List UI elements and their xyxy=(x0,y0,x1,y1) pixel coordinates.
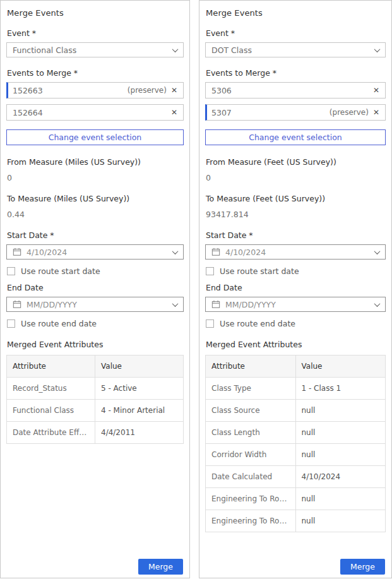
use-route-end-date-label: Use route end date xyxy=(21,319,97,328)
table-row: Engineering To RouteID null xyxy=(206,488,386,510)
merged-attributes-title: Merged Event Attributes xyxy=(206,340,386,349)
preserve-tag: (preserve) xyxy=(330,108,369,117)
table-row: Class Length null xyxy=(206,422,386,444)
chevron-down-icon xyxy=(172,46,179,52)
start-date-value: 4/10/2024 xyxy=(27,248,163,257)
table-header-row: Attribute Value xyxy=(7,355,184,378)
events-to-merge-label: Events to Merge * xyxy=(206,68,386,78)
attribute-value: 4/10/2024 xyxy=(295,466,386,488)
table-row: Functional Class 4 - Minor Arterial xyxy=(7,400,184,422)
merged-attributes-table: Attribute Value Class Type 1 - Class 1 C… xyxy=(205,355,386,532)
change-event-selection-button[interactable]: Change event selection xyxy=(205,129,386,145)
event-select[interactable]: DOT Class xyxy=(205,42,386,57)
merge-events-panel-left: Merge Events Event * Functional Class Ev… xyxy=(0,0,190,578)
table-row: Class Source null xyxy=(206,400,386,422)
to-measure-label: To Measure (Miles (US Survey)) xyxy=(7,194,184,203)
event-select[interactable]: Functional Class xyxy=(6,42,184,57)
attribute-name: Class Type xyxy=(206,378,296,400)
page-title: Merge Events xyxy=(7,8,184,18)
from-measure-label: From Measure (Feet (US Survey)) xyxy=(206,157,386,167)
remove-event-icon[interactable]: ✕ xyxy=(373,109,379,116)
calendar-icon xyxy=(13,248,21,256)
use-route-end-date-label: Use route end date xyxy=(220,319,295,328)
use-route-end-date-row: Use route end date xyxy=(7,319,184,328)
merge-button[interactable]: Merge xyxy=(340,559,385,575)
event-id: 5306 xyxy=(211,86,373,95)
end-date-placeholder: MM/DD/YYYY xyxy=(225,300,365,309)
attribute-column-header: Attribute xyxy=(206,355,296,378)
preserve-tag: (preserve) xyxy=(128,86,167,95)
table-header-row: Attribute Value xyxy=(206,355,386,378)
calendar-icon xyxy=(13,300,21,309)
event-label: Event * xyxy=(206,28,386,38)
use-route-start-date-row: Use route start date xyxy=(7,266,184,276)
start-date-label: Start Date * xyxy=(206,230,386,240)
attribute-value: null xyxy=(295,488,386,510)
from-measure-value: 0 xyxy=(7,173,184,182)
attribute-value: null xyxy=(295,422,386,444)
event-select-value: DOT Class xyxy=(211,45,252,55)
table-row: Date Calculated 4/10/2024 xyxy=(206,466,386,488)
end-date-input[interactable]: MM/DD/YYYY xyxy=(6,297,184,312)
merge-events-panel-right: Merge Events Event * DOT Class Events to… xyxy=(199,0,392,578)
use-route-start-date-label: Use route start date xyxy=(21,266,100,276)
calendar-icon xyxy=(211,300,220,309)
table-row: Engineering To Route ... null xyxy=(206,510,386,532)
to-measure-value: 0.44 xyxy=(7,210,184,219)
attribute-value: 5 - Active xyxy=(95,378,184,400)
merged-attributes-title: Merged Event Attributes xyxy=(7,340,184,349)
attribute-name: Corridor Width xyxy=(206,444,296,466)
use-route-start-date-checkbox[interactable] xyxy=(206,267,214,275)
end-date-label: End Date xyxy=(206,283,386,292)
attribute-value: null xyxy=(295,400,386,422)
attribute-name: Functional Class xyxy=(7,400,95,422)
use-route-end-date-checkbox[interactable] xyxy=(7,319,15,328)
attribute-name: Class Length xyxy=(206,422,296,444)
value-column-header: Value xyxy=(95,355,184,378)
end-date-input[interactable]: MM/DD/YYYY xyxy=(205,297,386,312)
from-measure-value: 0 xyxy=(206,173,386,182)
attribute-value: 1 - Class 1 xyxy=(295,378,386,400)
attribute-column-header: Attribute xyxy=(7,355,95,378)
attribute-name: Engineering To Route ... xyxy=(206,510,296,532)
attribute-value: null xyxy=(295,510,386,532)
use-route-start-date-row: Use route start date xyxy=(206,266,386,276)
to-measure-label: To Measure (Feet (US Survey)) xyxy=(206,194,386,203)
events-to-merge-label: Events to Merge * xyxy=(7,68,184,78)
use-route-start-date-checkbox[interactable] xyxy=(7,267,15,275)
event-id: 152664 xyxy=(13,108,171,117)
change-event-selection-button[interactable]: Change event selection xyxy=(6,129,184,145)
value-column-header: Value xyxy=(295,355,386,378)
event-id: 5307 xyxy=(211,108,330,117)
from-measure-label: From Measure (Miles (US Survey)) xyxy=(7,157,184,167)
chevron-down-icon xyxy=(374,301,381,307)
chevron-down-icon xyxy=(374,248,381,254)
start-date-input[interactable]: 4/10/2024 xyxy=(205,244,386,260)
use-route-end-date-checkbox[interactable] xyxy=(206,319,214,328)
attribute-name: Class Source xyxy=(206,400,296,422)
table-row: Date Attribute Effective 4/4/2011 xyxy=(7,422,184,444)
chevron-down-icon xyxy=(172,301,179,307)
use-route-start-date-label: Use route start date xyxy=(220,266,299,276)
remove-event-icon[interactable]: ✕ xyxy=(373,87,379,94)
merge-events-workspace: Merge Events Event * Functional Class Ev… xyxy=(0,0,392,579)
event-to-merge-input[interactable]: 5306 ✕ xyxy=(205,82,386,98)
event-to-merge-input[interactable]: 5307 (preserve) ✕ xyxy=(205,104,386,121)
attribute-name: Record_Status xyxy=(7,378,95,400)
chevron-down-icon xyxy=(374,46,381,52)
attribute-name: Date Calculated xyxy=(206,466,296,488)
merged-attributes-table: Attribute Value Record_Status 5 - Active… xyxy=(6,355,184,444)
event-to-merge-input[interactable]: 152664 ✕ xyxy=(6,104,184,121)
to-measure-value: 93417.814 xyxy=(206,210,386,219)
calendar-icon xyxy=(211,248,220,256)
use-route-end-date-row: Use route end date xyxy=(206,319,386,328)
merge-button[interactable]: Merge xyxy=(138,559,183,575)
chevron-down-icon xyxy=(172,248,179,254)
start-date-input[interactable]: 4/10/2024 xyxy=(6,244,184,260)
end-date-placeholder: MM/DD/YYYY xyxy=(27,300,163,309)
event-to-merge-input[interactable]: 152663 (preserve) ✕ xyxy=(6,82,184,98)
table-row: Class Type 1 - Class 1 xyxy=(206,378,386,400)
remove-event-icon[interactable]: ✕ xyxy=(171,109,177,116)
start-date-value: 4/10/2024 xyxy=(225,248,365,257)
remove-event-icon[interactable]: ✕ xyxy=(171,87,177,94)
